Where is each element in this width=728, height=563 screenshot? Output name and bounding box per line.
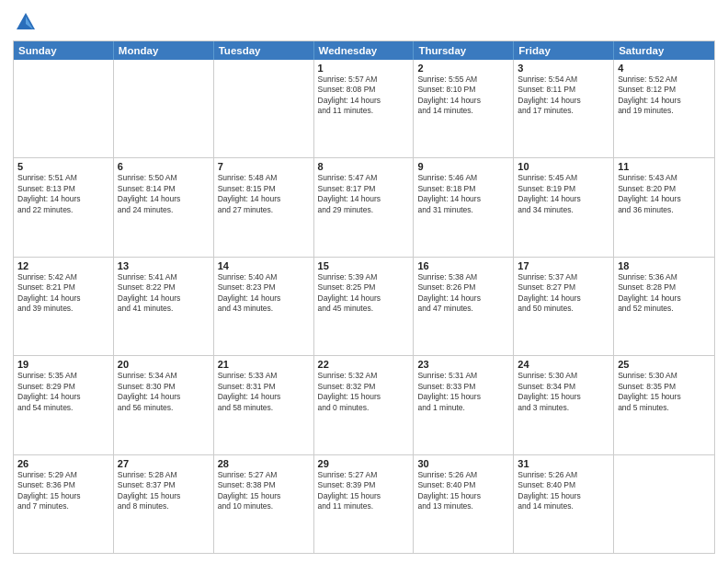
- calendar-cell-26: 26Sunrise: 5:29 AM Sunset: 8:36 PM Dayli…: [14, 455, 114, 553]
- calendar-cell-13: 13Sunrise: 5:41 AM Sunset: 8:22 PM Dayli…: [114, 258, 214, 355]
- day-info: Sunrise: 5:50 AM Sunset: 8:14 PM Dayligh…: [118, 173, 210, 215]
- calendar-week-0: 1Sunrise: 5:57 AM Sunset: 8:08 PM Daylig…: [14, 60, 714, 157]
- day-number: 17: [518, 260, 609, 271]
- day-number: 25: [618, 359, 711, 370]
- header-day-wednesday: Wednesday: [314, 41, 415, 60]
- calendar-cell-1: 1Sunrise: 5:57 AM Sunset: 8:08 PM Daylig…: [314, 60, 415, 157]
- day-number: 31: [518, 458, 609, 469]
- header-day-sunday: Sunday: [14, 41, 114, 60]
- day-info: Sunrise: 5:35 AM Sunset: 8:29 PM Dayligh…: [17, 371, 109, 413]
- calendar-cell-20: 20Sunrise: 5:34 AM Sunset: 8:30 PM Dayli…: [114, 356, 214, 454]
- day-number: 20: [118, 359, 210, 370]
- day-info: Sunrise: 5:26 AM Sunset: 8:40 PM Dayligh…: [518, 470, 609, 512]
- calendar-cell-empty-0-1: [114, 60, 214, 157]
- day-number: 27: [118, 458, 210, 469]
- calendar-cell-24: 24Sunrise: 5:30 AM Sunset: 8:34 PM Dayli…: [514, 356, 614, 454]
- day-info: Sunrise: 5:30 AM Sunset: 8:35 PM Dayligh…: [618, 371, 711, 413]
- day-info: Sunrise: 5:48 AM Sunset: 8:15 PM Dayligh…: [218, 173, 310, 215]
- day-number: 12: [17, 260, 109, 271]
- day-number: 1: [318, 63, 410, 74]
- day-info: Sunrise: 5:45 AM Sunset: 8:19 PM Dayligh…: [518, 173, 609, 215]
- header-day-saturday: Saturday: [614, 41, 714, 60]
- day-info: Sunrise: 5:33 AM Sunset: 8:31 PM Dayligh…: [218, 371, 310, 413]
- calendar-week-3: 19Sunrise: 5:35 AM Sunset: 8:29 PM Dayli…: [14, 355, 714, 454]
- day-number: 8: [318, 161, 410, 172]
- day-info: Sunrise: 5:34 AM Sunset: 8:30 PM Dayligh…: [118, 371, 210, 413]
- day-info: Sunrise: 5:52 AM Sunset: 8:12 PM Dayligh…: [618, 75, 711, 117]
- calendar-cell-8: 8Sunrise: 5:47 AM Sunset: 8:17 PM Daylig…: [314, 158, 415, 256]
- day-info: Sunrise: 5:47 AM Sunset: 8:17 PM Dayligh…: [318, 173, 410, 215]
- calendar-cell-15: 15Sunrise: 5:39 AM Sunset: 8:25 PM Dayli…: [314, 258, 415, 355]
- calendar: SundayMondayTuesdayWednesdayThursdayFrid…: [13, 40, 715, 554]
- header-day-friday: Friday: [514, 41, 614, 60]
- calendar-cell-10: 10Sunrise: 5:45 AM Sunset: 8:19 PM Dayli…: [514, 158, 614, 256]
- day-info: Sunrise: 5:54 AM Sunset: 8:11 PM Dayligh…: [518, 75, 609, 117]
- day-number: 16: [417, 260, 509, 271]
- day-number: 21: [218, 359, 310, 370]
- day-number: 7: [218, 161, 310, 172]
- calendar-cell-14: 14Sunrise: 5:40 AM Sunset: 8:23 PM Dayli…: [214, 258, 314, 355]
- calendar-cell-17: 17Sunrise: 5:37 AM Sunset: 8:27 PM Dayli…: [514, 258, 614, 355]
- day-info: Sunrise: 5:38 AM Sunset: 8:26 PM Dayligh…: [417, 272, 509, 315]
- calendar-cell-29: 29Sunrise: 5:27 AM Sunset: 8:39 PM Dayli…: [314, 455, 415, 553]
- day-number: 28: [218, 458, 310, 469]
- header-day-monday: Monday: [114, 41, 214, 60]
- day-info: Sunrise: 5:39 AM Sunset: 8:25 PM Dayligh…: [318, 272, 410, 315]
- calendar-cell-empty-4-6: [614, 455, 714, 553]
- day-info: Sunrise: 5:30 AM Sunset: 8:34 PM Dayligh…: [518, 371, 609, 413]
- day-number: 22: [318, 359, 410, 370]
- calendar-cell-12: 12Sunrise: 5:42 AM Sunset: 8:21 PM Dayli…: [14, 258, 114, 355]
- calendar-cell-28: 28Sunrise: 5:27 AM Sunset: 8:38 PM Dayli…: [214, 455, 314, 553]
- day-number: 26: [17, 458, 109, 469]
- day-number: 10: [518, 161, 609, 172]
- day-info: Sunrise: 5:31 AM Sunset: 8:33 PM Dayligh…: [417, 371, 509, 413]
- day-info: Sunrise: 5:27 AM Sunset: 8:38 PM Dayligh…: [218, 470, 310, 512]
- header-day-thursday: Thursday: [414, 41, 514, 60]
- day-info: Sunrise: 5:26 AM Sunset: 8:40 PM Dayligh…: [417, 470, 509, 512]
- day-info: Sunrise: 5:28 AM Sunset: 8:37 PM Dayligh…: [118, 470, 210, 512]
- day-info: Sunrise: 5:29 AM Sunset: 8:36 PM Dayligh…: [17, 470, 109, 512]
- day-number: 4: [618, 63, 711, 74]
- calendar-cell-empty-0-2: [214, 60, 314, 157]
- calendar-header: SundayMondayTuesdayWednesdayThursdayFrid…: [14, 41, 714, 60]
- calendar-cell-27: 27Sunrise: 5:28 AM Sunset: 8:37 PM Dayli…: [114, 455, 214, 553]
- calendar-cell-31: 31Sunrise: 5:26 AM Sunset: 8:40 PM Dayli…: [514, 455, 614, 553]
- day-info: Sunrise: 5:57 AM Sunset: 8:08 PM Dayligh…: [318, 75, 410, 117]
- day-number: 15: [318, 260, 410, 271]
- logo: [13, 9, 42, 35]
- day-info: Sunrise: 5:36 AM Sunset: 8:28 PM Dayligh…: [618, 272, 711, 315]
- calendar-cell-5: 5Sunrise: 5:51 AM Sunset: 8:13 PM Daylig…: [14, 158, 114, 256]
- header: [13, 9, 715, 35]
- day-number: 23: [417, 359, 509, 370]
- calendar-cell-7: 7Sunrise: 5:48 AM Sunset: 8:15 PM Daylig…: [214, 158, 314, 256]
- calendar-week-2: 12Sunrise: 5:42 AM Sunset: 8:21 PM Dayli…: [14, 257, 714, 355]
- calendar-cell-18: 18Sunrise: 5:36 AM Sunset: 8:28 PM Dayli…: [614, 258, 714, 355]
- logo-icon: [13, 9, 39, 35]
- calendar-cell-25: 25Sunrise: 5:30 AM Sunset: 8:35 PM Dayli…: [614, 356, 714, 454]
- day-number: 2: [417, 63, 509, 74]
- day-number: 9: [417, 161, 509, 172]
- calendar-cell-4: 4Sunrise: 5:52 AM Sunset: 8:12 PM Daylig…: [614, 60, 714, 157]
- calendar-cell-11: 11Sunrise: 5:43 AM Sunset: 8:20 PM Dayli…: [614, 158, 714, 256]
- calendar-cell-3: 3Sunrise: 5:54 AM Sunset: 8:11 PM Daylig…: [514, 60, 614, 157]
- day-info: Sunrise: 5:46 AM Sunset: 8:18 PM Dayligh…: [417, 173, 509, 215]
- day-info: Sunrise: 5:32 AM Sunset: 8:32 PM Dayligh…: [318, 371, 410, 413]
- calendar-body: 1Sunrise: 5:57 AM Sunset: 8:08 PM Daylig…: [14, 60, 714, 553]
- day-info: Sunrise: 5:41 AM Sunset: 8:22 PM Dayligh…: [118, 272, 210, 315]
- day-number: 19: [17, 359, 109, 370]
- calendar-cell-16: 16Sunrise: 5:38 AM Sunset: 8:26 PM Dayli…: [414, 258, 514, 355]
- calendar-cell-21: 21Sunrise: 5:33 AM Sunset: 8:31 PM Dayli…: [214, 356, 314, 454]
- calendar-cell-19: 19Sunrise: 5:35 AM Sunset: 8:29 PM Dayli…: [14, 356, 114, 454]
- day-info: Sunrise: 5:27 AM Sunset: 8:39 PM Dayligh…: [318, 470, 410, 512]
- day-info: Sunrise: 5:40 AM Sunset: 8:23 PM Dayligh…: [218, 272, 310, 315]
- day-number: 3: [518, 63, 609, 74]
- page: SundayMondayTuesdayWednesdayThursdayFrid…: [0, 0, 728, 563]
- calendar-cell-23: 23Sunrise: 5:31 AM Sunset: 8:33 PM Dayli…: [414, 356, 514, 454]
- header-day-tuesday: Tuesday: [214, 41, 314, 60]
- day-info: Sunrise: 5:43 AM Sunset: 8:20 PM Dayligh…: [618, 173, 711, 215]
- day-number: 14: [218, 260, 310, 271]
- calendar-week-4: 26Sunrise: 5:29 AM Sunset: 8:36 PM Dayli…: [14, 454, 714, 553]
- day-info: Sunrise: 5:42 AM Sunset: 8:21 PM Dayligh…: [17, 272, 109, 315]
- calendar-cell-9: 9Sunrise: 5:46 AM Sunset: 8:18 PM Daylig…: [414, 158, 514, 256]
- calendar-cell-30: 30Sunrise: 5:26 AM Sunset: 8:40 PM Dayli…: [414, 455, 514, 553]
